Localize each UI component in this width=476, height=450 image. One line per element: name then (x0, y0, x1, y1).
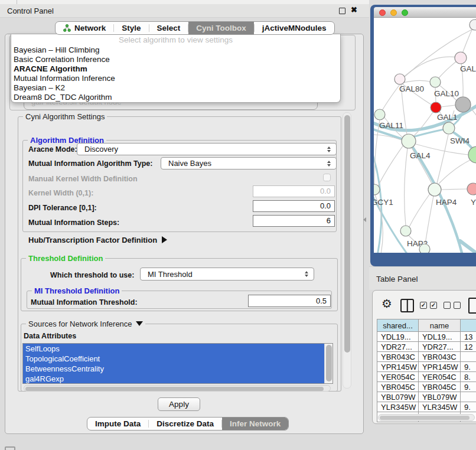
kernel-width-label: Kernel Width (0,1): (28, 189, 93, 197)
deselect-checkbox-icon[interactable] (444, 302, 451, 309)
node-gal-label: GAL (460, 64, 476, 73)
table-row[interactable]: YBR043CYBR043C (377, 352, 476, 362)
table-row[interactable]: YDR27...YDR27...12 (377, 342, 476, 352)
network-edge[interactable] (405, 57, 461, 76)
node-hap4-label: HAP4 (436, 198, 457, 207)
node-gcy1-label: GCY1 (374, 198, 393, 207)
network-edge[interactable] (425, 196, 433, 244)
minimized-panel-icon[interactable] (5, 446, 15, 450)
which-threshold-label: Which threshold to use: (50, 271, 134, 279)
settings-vscroll-thumb[interactable] (344, 115, 350, 353)
close-traffic-light-icon[interactable] (379, 9, 386, 16)
table-cell: YPR145W (377, 362, 419, 372)
attribute-list-item[interactable]: BetweennessCentrality (23, 364, 324, 374)
node-gray[interactable] (455, 97, 471, 112)
tab-label: Select (157, 24, 181, 32)
network-edge[interactable] (441, 105, 455, 107)
algorithm-option[interactable]: Basic Correlation Inference (14, 55, 338, 64)
tab-infer-network[interactable]: Infer Network (222, 418, 288, 430)
algorithm-option[interactable]: ARACNE Algorithm (14, 64, 338, 74)
attribute-list-item[interactable]: TopologicalCoefficient (23, 354, 324, 364)
table-row[interactable]: YER054CYER054C8. (377, 372, 476, 382)
node-gal[interactable] (455, 52, 467, 64)
tab-cyni-toolbox[interactable]: Cyni Toolbox (188, 22, 254, 34)
node-gal11[interactable] (374, 109, 385, 120)
algorithm-option[interactable]: Dream8 DC_TDC Algorithm (14, 93, 338, 102)
node-unnamed-top[interactable] (470, 19, 476, 30)
hub-definition-toggle[interactable]: Hub/Transcription Factor Definition (28, 236, 167, 244)
settings-hscroll-thumb[interactable] (25, 387, 324, 391)
node-salmon[interactable] (467, 183, 476, 195)
tab-jactivemnodules[interactable]: jActiveMNodules (255, 22, 334, 34)
node-unnamed-bottom[interactable] (419, 244, 430, 253)
gear-icon[interactable]: ⚙ (382, 298, 392, 309)
table-row[interactable]: YLR345WYLR345W9. (377, 402, 476, 412)
column-header[interactable]: name (418, 319, 460, 332)
network-edge[interactable] (409, 194, 430, 227)
table-hscrollbar[interactable] (378, 414, 475, 421)
control-panel-titlebar: Control Panel ✖ (0, 4, 369, 18)
network-edge[interactable] (441, 189, 467, 190)
document-icon[interactable] (468, 298, 476, 314)
data-attributes-list[interactable]: SelfLoopsTopologicalCoefficientBetweenne… (22, 343, 333, 384)
node-gal80[interactable] (395, 74, 405, 84)
deselect-checkbox-icon[interactable] (454, 302, 461, 309)
node-swi4[interactable] (443, 122, 455, 134)
table-row[interactable]: YBL079WYBL079W (377, 392, 476, 402)
table-cell: YDR27... (377, 342, 419, 352)
split-pane-collapse-icon[interactable] (363, 217, 366, 222)
table-hscroll-thumb[interactable] (380, 416, 470, 420)
minimize-traffic-light-icon[interactable] (390, 9, 397, 16)
aracne-mode-combo[interactable]: Discovery (77, 143, 337, 155)
column-header[interactable] (461, 319, 476, 332)
mi-type-combo[interactable]: Naive Bayes (161, 157, 337, 169)
settings-vscrollbar[interactable] (343, 112, 351, 389)
node-gal4[interactable] (402, 134, 416, 148)
network-edge[interactable] (378, 145, 403, 186)
table-row[interactable]: YDL19...YDL19...13 (377, 332, 476, 342)
dpi-tolerance-field[interactable]: 0.0 (253, 200, 335, 212)
kernel-width-field[interactable]: 0.0 (253, 185, 335, 197)
manual-kernel-checkbox[interactable] (323, 174, 331, 181)
tab-style[interactable]: Style (114, 22, 148, 34)
close-icon[interactable]: ✖ (351, 5, 357, 14)
network-edge[interactable] (439, 159, 471, 184)
tab-discretize-data[interactable]: Discretize Data (149, 418, 221, 430)
node-hap4[interactable] (428, 183, 441, 196)
network-edge[interactable] (382, 84, 400, 110)
tab-network[interactable]: Network (56, 22, 113, 34)
network-edge[interactable] (405, 148, 407, 226)
network-window-titlebar[interactable] (374, 7, 476, 18)
select-all-checkbox-icon[interactable]: ✓ (430, 302, 437, 309)
node-gal1[interactable] (431, 102, 441, 113)
attribute-list-item[interactable]: gal4RGexp (23, 374, 324, 384)
split-pane-icon[interactable] (400, 299, 414, 312)
attr-list-vscrollbar[interactable] (324, 344, 332, 383)
node-hap2[interactable] (400, 226, 411, 236)
zoom-traffic-light-icon[interactable] (402, 9, 408, 16)
table-row[interactable]: YBR045CYBR045C9. (377, 382, 476, 392)
algorithm-option[interactable]: Bayesian – Hill Climbing (14, 45, 338, 55)
table-body: YDL19...YDL19...13YDR27...YDR27...12YBR0… (377, 332, 476, 422)
attr-list-vscroll-thumb[interactable] (326, 345, 332, 381)
which-threshold-combo[interactable]: MI Threshold (140, 268, 314, 281)
settings-hscrollbar[interactable] (24, 385, 331, 392)
mi-steps-field[interactable]: 6 (253, 215, 335, 227)
mi-threshold-field[interactable]: 0.5 (248, 295, 331, 307)
apply-button[interactable]: Apply (158, 397, 200, 411)
node-gal10[interactable] (430, 77, 441, 87)
select-all-checkbox-icon[interactable]: ✓ (420, 302, 427, 309)
attribute-list-item[interactable]: SelfLoops (23, 344, 324, 354)
sources-group-header[interactable]: Sources for Network Inference (26, 319, 145, 328)
algorithm-option[interactable]: Mutual Information Inference (14, 74, 338, 83)
table-row[interactable]: YPR145WYPR145W9. (377, 362, 476, 372)
table-cell: YER054C (418, 372, 460, 382)
network-edge[interactable] (403, 80, 430, 83)
network-view-window[interactable]: GALGAL80GAL10GAL1SWI4GAL11GAL4GCY1HAP4YH… (370, 5, 476, 266)
tab-select[interactable]: Select (149, 22, 188, 34)
tab-impute-data[interactable]: Impute Data (87, 418, 148, 430)
network-canvas[interactable]: GALGAL80GAL10GAL1SWI4GAL11GAL4GCY1HAP4YH… (374, 18, 476, 253)
float-window-icon[interactable] (339, 8, 345, 14)
algorithm-option[interactable]: Bayesian – K2 (14, 83, 338, 93)
column-header[interactable]: shared... (377, 319, 419, 332)
